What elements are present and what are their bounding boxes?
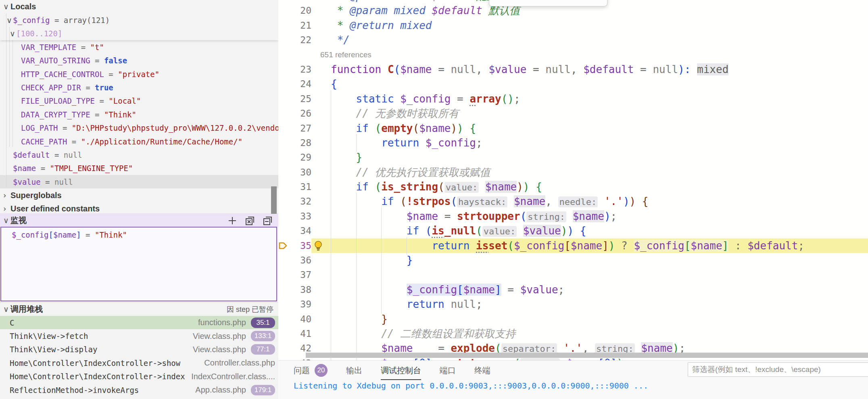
gutter-arrow-slot[interactable] <box>278 282 289 297</box>
variable-row[interactable]: CHECK_APP_DIR = true <box>0 81 278 94</box>
gutter-arrow-slot[interactable] <box>278 356 289 360</box>
stack-frame-row[interactable]: Cfunctions.php35:1 <box>0 316 278 329</box>
gutter-arrow-slot[interactable] <box>278 150 289 165</box>
code-text: // 二维数组设置和获取支持 <box>331 326 868 341</box>
collapse-all-watch-icon[interactable] <box>263 216 273 226</box>
variable-row[interactable]: CACHE_PATH = "./Application/Runtime/Cach… <box>0 135 278 148</box>
horizontal-scrollbar[interactable] <box>306 353 868 358</box>
code-token: ( <box>413 122 419 134</box>
code-line: 23function C($name = null, $value = null… <box>278 62 868 77</box>
gutter-arrow-slot[interactable] <box>278 3 289 18</box>
frame-file: functions.php <box>198 318 246 327</box>
variable-row[interactable]: VAR_AUTO_STRING = false <box>0 54 278 67</box>
gutter-arrow-slot[interactable] <box>278 224 289 238</box>
watch-row[interactable]: $_config[$name] = "Think" <box>1 228 276 242</box>
stack-frame-row[interactable]: Home\Controller\IndexController->indexIn… <box>0 370 278 383</box>
gutter-arrow-slot[interactable] <box>278 92 289 106</box>
code-token: ) <box>451 122 457 134</box>
gutter-arrow-slot[interactable] <box>278 267 289 282</box>
stack-frame-row[interactable]: Think\View->displayView.class.php77:1 <box>0 343 278 356</box>
line-number: 26 <box>289 106 311 121</box>
code-token: { <box>469 122 476 134</box>
row-content: [100..120] <box>16 29 62 38</box>
panel-tab[interactable]: 调试控制台 <box>381 365 421 380</box>
panel-tab[interactable]: 终端 <box>474 365 490 380</box>
line-number: 33 <box>289 209 311 224</box>
gutter-arrow-slot[interactable] <box>278 62 289 77</box>
variable-row[interactable]: VAR_TEMPLATE = "t" <box>0 40 278 54</box>
gutter-gap <box>311 136 331 150</box>
variable-row[interactable]: $default = null <box>0 148 278 161</box>
code-token: !strpos <box>407 195 451 207</box>
chevron-right-icon[interactable]: › <box>3 189 6 202</box>
gutter-gap <box>311 121 331 136</box>
gutter-arrow-slot[interactable] <box>278 297 289 311</box>
gutter-arrow-slot[interactable] <box>278 165 289 180</box>
variable-row[interactable]: ∨$_config = array(121) <box>0 13 278 27</box>
panel-tab[interactable]: 端口 <box>440 365 456 380</box>
panel-tab[interactable]: 输出 <box>346 365 362 380</box>
gutter-arrow-slot[interactable] <box>278 253 289 267</box>
gutter-arrow-slot[interactable] <box>278 194 289 209</box>
code-line: 33 $name = strtoupper(string: $name); <box>278 209 868 224</box>
code-token: ) <box>604 210 611 222</box>
sidebar-scrollbar[interactable] <box>271 186 277 214</box>
watch-panel-body[interactable]: $_config[$name] = "Think" <box>0 227 277 301</box>
chevron-down-icon[interactable]: ∨ <box>10 27 15 40</box>
stack-frame-row[interactable]: Home\Controller\IndexController->showCon… <box>0 356 278 370</box>
panel-tab[interactable]: 问题20 <box>294 364 328 381</box>
row-content: LOG_PATH = "D:\PHPstudy\phpstudy_pro\WWW… <box>21 123 279 132</box>
code-text: return isset($_config[$name]) ? $_config… <box>331 238 868 253</box>
gutter-arrow-slot[interactable] <box>278 106 289 121</box>
gutter-arrow-slot[interactable] <box>278 77 289 91</box>
callstack-section-header[interactable]: ∨ 调用堆栈 因 step 已暂停 <box>0 303 278 316</box>
chevron-down-icon[interactable]: ∨ <box>6 14 12 27</box>
variable-row[interactable]: $name = "TMPL_ENGINE_TYPE" <box>0 162 278 175</box>
variable-row[interactable]: ∨[100..120] <box>0 27 278 40</box>
lightbulb-icon[interactable] <box>313 240 323 252</box>
code-token: $_config <box>514 240 564 252</box>
gutter-arrow-slot[interactable] <box>278 209 289 224</box>
variable-row[interactable]: $value = null <box>0 175 278 188</box>
code-token: ] <box>602 240 609 252</box>
variable-row[interactable]: LOG_PATH = "D:\PHPstudy\phpstudy_pro\WWW… <box>0 121 278 135</box>
code-token: mixed <box>697 63 728 75</box>
gutter-arrow-slot[interactable] <box>278 326 289 341</box>
code-token: null <box>451 298 476 310</box>
gutter-arrow-slot[interactable] <box>278 33 289 47</box>
codelens-references[interactable]: 651 references <box>320 48 868 62</box>
gutter-arrow-slot[interactable] <box>278 180 289 194</box>
scope-row[interactable]: ∨Locals <box>0 0 278 13</box>
gutter-arrow-slot[interactable] <box>278 121 289 136</box>
scope-row[interactable]: ›Superglobals <box>0 188 278 202</box>
watch-section-header[interactable]: ∨ 监视 <box>0 213 278 227</box>
gutter-arrow-slot[interactable] <box>278 341 289 355</box>
line-number: 38 <box>289 282 311 297</box>
code-text: { <box>331 77 868 91</box>
gutter-arrow-slot[interactable] <box>278 18 289 33</box>
console-filter-input[interactable] <box>688 362 868 377</box>
remove-all-watch-icon[interactable] <box>245 216 255 226</box>
stack-frame-row[interactable]: ReflectionMethod->invokeArgsApp.class.ph… <box>0 383 278 397</box>
variable-row[interactable]: FILE_UPLOAD_TYPE = "Local" <box>0 94 278 108</box>
add-watch-icon[interactable] <box>227 216 237 226</box>
variable-row[interactable]: HTTP_CACHE_CONTROL = "private" <box>0 67 278 81</box>
gutter-arrow-slot[interactable] <box>278 238 289 253</box>
code-token: $_config <box>407 284 457 296</box>
gutter-arrow-slot[interactable] <box>278 48 289 62</box>
gutter-arrow-slot[interactable] <box>278 136 289 150</box>
frame-file: Controller.class.php <box>204 358 275 368</box>
code-token: ( <box>426 225 432 237</box>
chevron-down-icon[interactable]: ∨ <box>3 214 9 227</box>
chevron-down-icon[interactable]: ∨ <box>3 0 9 13</box>
code-token: $default <box>432 4 482 17</box>
gutter-arrow-slot[interactable] <box>278 0 289 3</box>
watch-expressions: $_config[$name] = "Think" <box>1 228 276 242</box>
chevron-down-icon[interactable]: ∨ <box>3 303 9 316</box>
gutter-arrow-slot[interactable] <box>278 312 289 326</box>
code-editor[interactable]: 19 * @param mixed $value 配置值20 * @param … <box>278 0 868 360</box>
variable-row[interactable]: DATA_CRYPT_TYPE = "Think" <box>0 108 278 121</box>
stack-frame-row[interactable]: Think\View->fetchView.class.php133:1 <box>0 329 278 343</box>
code-token: [ <box>684 240 691 252</box>
gutter-gap <box>311 165 331 180</box>
